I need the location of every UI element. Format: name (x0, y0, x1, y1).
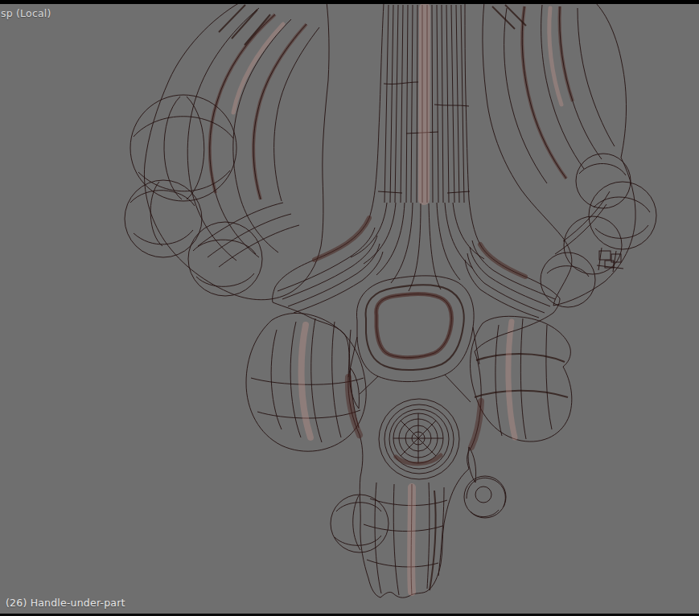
central-body-mesh (273, 3, 560, 598)
viewport-view-label: sp (Local) (1, 7, 51, 19)
right-wing-mesh (471, 316, 572, 441)
viewport-3d[interactable]: sp (Local) (26) Handle-under-part (0, 0, 699, 616)
stem-knob (331, 495, 389, 552)
window-top-edge (0, 0, 699, 4)
flare-wires (351, 203, 484, 291)
viewport-object-label: (26) Handle-under-part (6, 597, 125, 609)
stem-curl (464, 476, 506, 518)
right-scroll-mesh (483, 2, 656, 307)
left-scroll-mesh (125, 2, 329, 300)
mesh-wireframe-render (0, 0, 699, 616)
pod-detail-wires (597, 248, 623, 272)
boss-sphere (379, 399, 459, 479)
